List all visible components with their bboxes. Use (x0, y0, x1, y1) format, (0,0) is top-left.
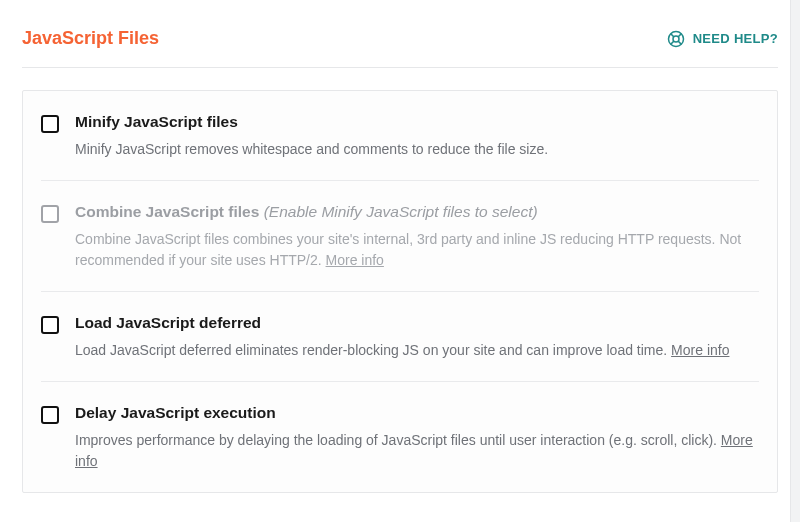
option-delay-js: Delay JavaScript execution Improves perf… (41, 382, 759, 492)
section-header: JavaScript Files NEED HELP? (22, 28, 778, 68)
option-desc-text: Improves performance by delaying the loa… (75, 432, 721, 448)
option-title: Minify JavaScript files (75, 113, 759, 131)
option-desc-text: Combine JavaScript files combines your s… (75, 231, 741, 268)
option-combine-js: Combine JavaScript files (Enable Minify … (41, 181, 759, 292)
checkbox-minify-js[interactable] (41, 115, 59, 133)
scrollbar-track[interactable] (790, 0, 800, 522)
option-desc: Improves performance by delaying the loa… (75, 430, 759, 472)
svg-line-5 (670, 41, 673, 44)
need-help-label: NEED HELP? (693, 31, 778, 46)
svg-line-3 (678, 41, 681, 44)
section-title: JavaScript Files (22, 28, 159, 49)
option-title: Combine JavaScript files (Enable Minify … (75, 203, 759, 221)
option-title: Delay JavaScript execution (75, 404, 759, 422)
option-desc-text: Load JavaScript deferred eliminates rend… (75, 342, 671, 358)
svg-line-2 (670, 33, 673, 36)
svg-line-4 (678, 33, 681, 36)
option-defer-js: Load JavaScript deferred Load JavaScript… (41, 292, 759, 382)
more-info-link[interactable]: More info (326, 252, 384, 268)
svg-point-1 (673, 36, 679, 42)
option-title-text: Combine JavaScript files (75, 203, 264, 220)
checkbox-defer-js[interactable] (41, 316, 59, 334)
option-minify-js: Minify JavaScript files Minify JavaScrip… (41, 91, 759, 181)
option-desc: Load JavaScript deferred eliminates rend… (75, 340, 759, 361)
more-info-link[interactable]: More info (671, 342, 729, 358)
checkbox-delay-js[interactable] (41, 406, 59, 424)
lifebuoy-icon (667, 30, 685, 48)
option-desc: Combine JavaScript files combines your s… (75, 229, 759, 271)
option-desc: Minify JavaScript removes whitespace and… (75, 139, 759, 160)
option-title: Load JavaScript deferred (75, 314, 759, 332)
checkbox-combine-js (41, 205, 59, 223)
options-panel: Minify JavaScript files Minify JavaScrip… (22, 90, 778, 493)
need-help-link[interactable]: NEED HELP? (667, 30, 778, 48)
option-hint: (Enable Minify JavaScript files to selec… (264, 203, 538, 220)
